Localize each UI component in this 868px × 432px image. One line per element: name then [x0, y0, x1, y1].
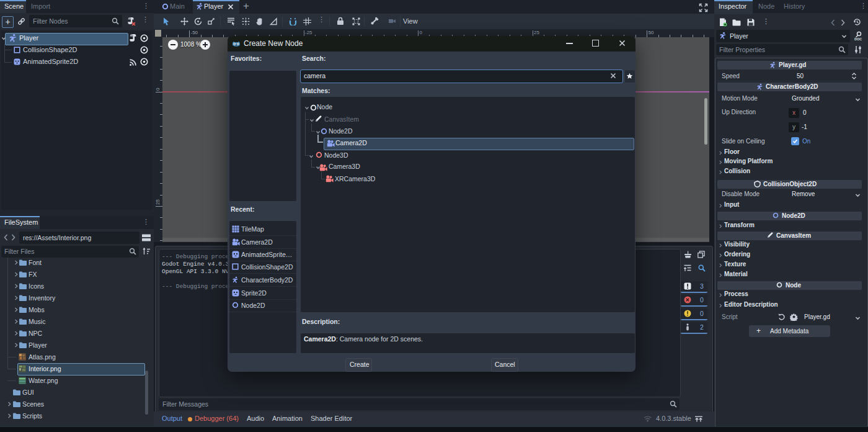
svg-text:DOC: DOC: [854, 37, 862, 41]
